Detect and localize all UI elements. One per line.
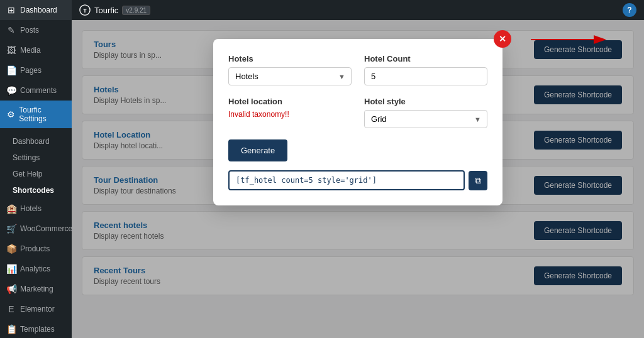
sidebar-item-posts[interactable]: ✎ Posts: [0, 20, 72, 40]
sidebar-item-tourfic-settings[interactable]: ⚙ Tourfic Settings: [0, 101, 72, 128]
sidebar-item-dashboard[interactable]: ⊞ Dashboard: [0, 0, 72, 20]
copy-icon: ⧉: [475, 175, 481, 185]
templates-icon: 📋: [6, 324, 16, 334]
sidebar-item-templates[interactable]: 📋 Templates: [0, 319, 72, 338]
sidebar-item-hotels[interactable]: 🏨 Hotels: [0, 199, 72, 219]
hotel-count-field: Hotel Count: [364, 54, 487, 85]
elementor-icon: E: [6, 304, 16, 314]
sidebar-sub-get-help[interactable]: Get Help: [0, 166, 72, 182]
hotel-location-label: Hotel location: [228, 97, 352, 106]
hotel-location-error: Invalid taxonomy!!: [228, 110, 352, 119]
woocommerce-icon: 🛒: [6, 224, 16, 234]
media-icon: 🖼: [6, 45, 16, 55]
sidebar: ⊞ Dashboard ✎ Posts 🖼 Media 📄 Pages 💬 Co…: [0, 0, 72, 338]
hotel-style-label: Hotel style: [364, 97, 487, 106]
svg-text:T: T: [83, 8, 87, 14]
pages-icon: 📄: [6, 65, 16, 75]
hotel-style-select[interactable]: Grid List Masonry: [364, 110, 487, 128]
modal-generate-button[interactable]: Generate: [228, 139, 287, 161]
modal-overlay[interactable]: ✕ Hotels Hotels ▼ Hotel Count: [72, 20, 644, 338]
tourfic-settings-icon: ⚙: [6, 109, 15, 119]
sidebar-item-marketing[interactable]: 📢 Marketing: [0, 279, 72, 299]
dashboard-icon: ⊞: [6, 5, 16, 15]
version-badge: v2.9.21: [122, 6, 150, 15]
modal-dialog: ✕ Hotels Hotels ▼ Hotel Count: [213, 39, 502, 205]
sidebar-item-media[interactable]: 🖼 Media: [0, 40, 72, 60]
sidebar-sub-shortcodes[interactable]: Shortcodes: [0, 182, 72, 199]
shortcode-output-input[interactable]: [228, 170, 465, 190]
sidebar-sub-dashboard[interactable]: Dashboard: [0, 133, 72, 150]
sidebar-item-elementor[interactable]: E Elementor: [0, 299, 72, 319]
hotels-select[interactable]: Hotels: [228, 67, 352, 85]
marketing-icon: 📢: [6, 284, 16, 294]
hotel-count-label: Hotel Count: [364, 54, 487, 63]
topbar-logo: T Tourfic v2.9.21: [79, 4, 150, 16]
modal-row-2: Hotel location Invalid taxonomy!! Hotel …: [228, 97, 487, 128]
modal-row-1: Hotels Hotels ▼ Hotel Count: [228, 54, 487, 85]
hotel-count-input[interactable]: [364, 67, 487, 85]
shortcode-output-row: ⧉: [228, 170, 487, 190]
hotel-style-field: Hotel style Grid List Masonry ▼: [364, 97, 487, 128]
comments-icon: 💬: [6, 85, 16, 95]
modal-close-button[interactable]: ✕: [494, 30, 511, 48]
main-content: T Tourfic v2.9.21 ? Tours Display tours …: [72, 0, 644, 338]
sidebar-sub-settings[interactable]: Settings: [0, 150, 72, 166]
analytics-icon: 📊: [6, 264, 16, 274]
sidebar-item-analytics[interactable]: 📊 Analytics: [0, 259, 72, 279]
page-area: Tours Display tours in sp... Generate Sh…: [72, 20, 644, 338]
svg-marker-3: [594, 35, 606, 44]
products-icon: 📦: [6, 244, 16, 254]
hotel-location-field: Hotel location Invalid taxonomy!!: [228, 97, 352, 128]
topbar: T Tourfic v2.9.21 ?: [72, 0, 644, 20]
sidebar-item-products[interactable]: 📦 Products: [0, 239, 72, 259]
sidebar-item-comments[interactable]: 💬 Comments: [0, 80, 72, 101]
help-button[interactable]: ?: [623, 3, 636, 17]
tourfic-logo-icon: T: [79, 4, 91, 16]
sidebar-item-pages[interactable]: 📄 Pages: [0, 60, 72, 80]
hotels-label: Hotels: [228, 54, 352, 63]
sidebar-item-woocommerce[interactable]: 🛒 WooCommerce: [0, 219, 72, 239]
arrow-decoration: [531, 30, 606, 49]
hotels-select-wrap: Hotels ▼: [228, 67, 352, 85]
hotels-icon: 🏨: [6, 204, 16, 214]
hotels-field: Hotels Hotels ▼: [228, 54, 352, 85]
copy-shortcode-button[interactable]: ⧉: [469, 171, 487, 190]
hotel-style-select-wrap: Grid List Masonry ▼: [364, 110, 487, 128]
posts-icon: ✎: [6, 25, 16, 35]
